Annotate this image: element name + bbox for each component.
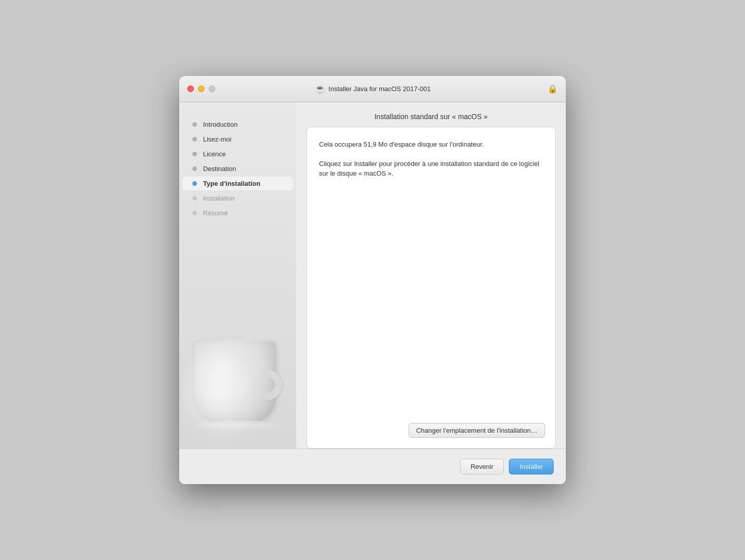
back-button[interactable]: Revenir <box>460 459 504 474</box>
sidebar-item-resume[interactable]: Résumé <box>182 206 293 220</box>
sidebar-item-destination[interactable]: Destination <box>182 162 293 176</box>
sidebar-nav: Introduction Lisez-moi Licence Destinati… <box>179 113 296 225</box>
install-button[interactable]: Installer <box>509 459 554 474</box>
step-dot-type-installation <box>192 181 197 186</box>
main-content: Introduction Lisez-moi Licence Destinati… <box>179 102 566 449</box>
sidebar-label-licence: Licence <box>203 150 226 158</box>
close-button[interactable] <box>187 86 194 92</box>
window-title: Installer Java for macOS 2017-001 <box>329 85 431 93</box>
sidebar-label-introduction: Introduction <box>203 121 238 128</box>
disk-space-text: Cela occupera 51,9 Mo d'espace disque su… <box>319 139 543 150</box>
sidebar-label-destination: Destination <box>203 165 236 173</box>
cup-decoration <box>184 331 286 443</box>
sidebar-label-type-installation: Type d'installation <box>203 180 261 187</box>
title-bar: ☕ Installer Java for macOS 2017-001 🔒 <box>179 76 566 102</box>
step-dot-resume <box>192 211 197 215</box>
sidebar-label-installation: Installation <box>203 194 235 202</box>
bottom-bar: Revenir Installer <box>179 449 566 484</box>
change-location-button[interactable]: Changer l'emplacement de l'installation… <box>409 423 545 438</box>
maximize-button[interactable] <box>209 86 215 92</box>
step-dot-installation <box>192 196 197 201</box>
sidebar-item-introduction[interactable]: Introduction <box>182 118 293 131</box>
sidebar-item-licence[interactable]: Licence <box>182 147 293 161</box>
cup-saucer <box>187 421 283 431</box>
sidebar-item-type-installation[interactable]: Type d'installation <box>182 177 293 190</box>
title-bar-center: ☕ Installer Java for macOS 2017-001 <box>314 83 431 95</box>
sidebar-item-installation[interactable]: Installation <box>182 191 293 205</box>
step-dot-destination <box>192 166 197 171</box>
cup-handle <box>264 370 282 400</box>
content-box: Cela occupera 51,9 Mo d'espace disque su… <box>306 127 556 449</box>
sidebar-label-lisez-moi: Lisez-moi <box>203 135 232 143</box>
step-dot-lisez-moi <box>192 137 197 142</box>
step-dot-licence <box>192 152 197 156</box>
content-header: Installation standard sur « macOS » <box>296 113 566 121</box>
lock-icon: 🔒 <box>548 84 558 94</box>
content-panel: Installation standard sur « macOS » Cela… <box>296 102 566 449</box>
sidebar-item-lisez-moi[interactable]: Lisez-moi <box>182 132 293 146</box>
app-icon: ☕ <box>314 83 326 95</box>
step-dot-introduction <box>192 122 197 127</box>
sidebar: Introduction Lisez-moi Licence Destinati… <box>179 102 296 449</box>
minimize-button[interactable] <box>198 86 205 92</box>
install-instruction-text: Cliquez sur Installer pour procéder à un… <box>319 159 543 179</box>
traffic-lights <box>187 86 215 92</box>
installer-window: ☕ Installer Java for macOS 2017-001 🔒 In… <box>179 76 566 484</box>
sidebar-label-resume: Résumé <box>203 209 227 217</box>
cup-body <box>194 342 276 423</box>
